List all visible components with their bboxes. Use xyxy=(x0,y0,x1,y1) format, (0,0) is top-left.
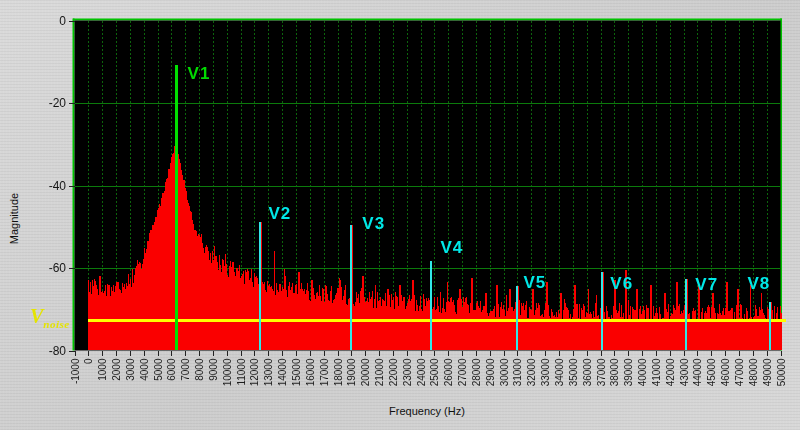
x-tick-mark xyxy=(296,351,297,356)
x-tick-mark xyxy=(587,351,588,356)
x-tick-mark xyxy=(739,351,740,356)
y-tick-label: -40 xyxy=(28,179,66,193)
x-tick-label: 21000 xyxy=(374,359,385,401)
x-tick-mark xyxy=(573,351,574,356)
spectrum-plot-canvas[interactable] xyxy=(72,17,788,353)
cursor-label-v1: V1 xyxy=(188,66,211,81)
x-tick-mark xyxy=(642,351,643,356)
x-tick-mark xyxy=(351,351,352,356)
x-tick-label: 17000 xyxy=(319,359,330,401)
x-tick-mark xyxy=(88,351,89,356)
y-tick-mark xyxy=(69,21,75,22)
x-tick-label: 13000 xyxy=(263,359,274,401)
x-tick-label: 35000 xyxy=(568,359,579,401)
x-tick-label: 42000 xyxy=(665,359,676,401)
y-tick-mark xyxy=(69,268,75,269)
x-tick-label: 48000 xyxy=(748,359,759,401)
x-tick-label: 3000 xyxy=(125,359,136,401)
x-tick-mark xyxy=(199,351,200,356)
x-tick-label: 37000 xyxy=(596,359,607,401)
x-tick-label: 15000 xyxy=(291,359,302,401)
x-tick-label: 18000 xyxy=(333,359,344,401)
y-axis-title: Magnitude xyxy=(8,184,21,254)
y-tick-mark xyxy=(69,103,75,104)
x-tick-mark xyxy=(241,351,242,356)
cursor-label-v7: V7 xyxy=(695,277,718,292)
x-tick-label: 39000 xyxy=(623,359,634,401)
spectrum-analyzer-window: Magnitude Frequency (Hz) 0-20-40-60-80 -… xyxy=(0,0,800,430)
y-tick-label: -80 xyxy=(28,344,66,358)
x-tick-mark xyxy=(531,351,532,356)
x-tick-mark xyxy=(462,351,463,356)
x-tick-label: -1000 xyxy=(70,359,81,401)
x-tick-mark xyxy=(448,351,449,356)
x-tick-mark xyxy=(365,351,366,356)
vnoise-cursor-label: Vnoise xyxy=(30,305,70,330)
x-tick-label: 41000 xyxy=(651,359,662,401)
x-tick-label: 5000 xyxy=(153,359,164,401)
x-tick-mark xyxy=(711,351,712,356)
x-tick-mark xyxy=(102,351,103,356)
x-tick-mark xyxy=(338,351,339,356)
x-tick-mark xyxy=(476,351,477,356)
cursor-label-v6: V6 xyxy=(610,276,633,291)
x-tick-mark xyxy=(434,351,435,356)
x-tick-label: 7000 xyxy=(180,359,191,401)
x-tick-label: 44000 xyxy=(692,359,703,401)
x-tick-label: 45000 xyxy=(706,359,717,401)
x-tick-label: 36000 xyxy=(582,359,593,401)
x-tick-label: 24000 xyxy=(416,359,427,401)
x-tick-mark xyxy=(254,351,255,356)
x-tick-mark xyxy=(227,351,228,356)
x-tick-label: 14000 xyxy=(277,359,288,401)
y-tick-label: -60 xyxy=(28,261,66,275)
x-tick-mark xyxy=(116,351,117,356)
x-tick-mark xyxy=(324,351,325,356)
x-tick-mark xyxy=(75,351,76,356)
x-tick-mark xyxy=(158,351,159,356)
x-tick-mark xyxy=(753,351,754,356)
x-tick-mark xyxy=(697,351,698,356)
x-tick-mark xyxy=(767,351,768,356)
x-tick-label: 23000 xyxy=(402,359,413,401)
x-tick-mark xyxy=(628,351,629,356)
x-tick-label: 30000 xyxy=(499,359,510,401)
x-tick-label: 46000 xyxy=(720,359,731,401)
x-tick-mark xyxy=(684,351,685,356)
x-tick-label: 27000 xyxy=(457,359,468,401)
x-tick-mark xyxy=(517,351,518,356)
x-tick-mark xyxy=(130,351,131,356)
x-tick-mark xyxy=(670,351,671,356)
x-tick-mark xyxy=(490,351,491,356)
x-tick-label: 19000 xyxy=(346,359,357,401)
x-tick-label: 50000 xyxy=(776,359,787,401)
y-tick-mark xyxy=(69,186,75,187)
x-tick-label: 25000 xyxy=(429,359,440,401)
x-tick-label: 11000 xyxy=(236,359,247,401)
x-tick-mark xyxy=(310,351,311,356)
x-tick-label: 6000 xyxy=(166,359,177,401)
x-tick-label: 4000 xyxy=(139,359,150,401)
x-tick-label: 8000 xyxy=(194,359,205,401)
x-tick-label: 31000 xyxy=(512,359,523,401)
x-tick-mark xyxy=(421,351,422,356)
vnoise-label-sub: noise xyxy=(43,318,69,330)
x-tick-label: 43000 xyxy=(679,359,690,401)
vnoise-label-main: V xyxy=(30,305,43,327)
x-tick-label: 33000 xyxy=(540,359,551,401)
x-tick-label: 49000 xyxy=(762,359,773,401)
x-tick-mark xyxy=(407,351,408,356)
x-tick-mark xyxy=(282,351,283,356)
x-tick-mark xyxy=(781,351,782,356)
x-tick-label: 9000 xyxy=(208,359,219,401)
x-tick-label: 40000 xyxy=(637,359,648,401)
x-tick-label: 10000 xyxy=(222,359,233,401)
x-tick-label: 32000 xyxy=(526,359,537,401)
x-tick-label: 0 xyxy=(83,359,94,401)
x-tick-label: 47000 xyxy=(734,359,745,401)
x-tick-label: 29000 xyxy=(485,359,496,401)
x-tick-mark xyxy=(393,351,394,356)
x-tick-label: 12000 xyxy=(249,359,260,401)
x-tick-mark xyxy=(656,351,657,356)
x-tick-mark xyxy=(268,351,269,356)
